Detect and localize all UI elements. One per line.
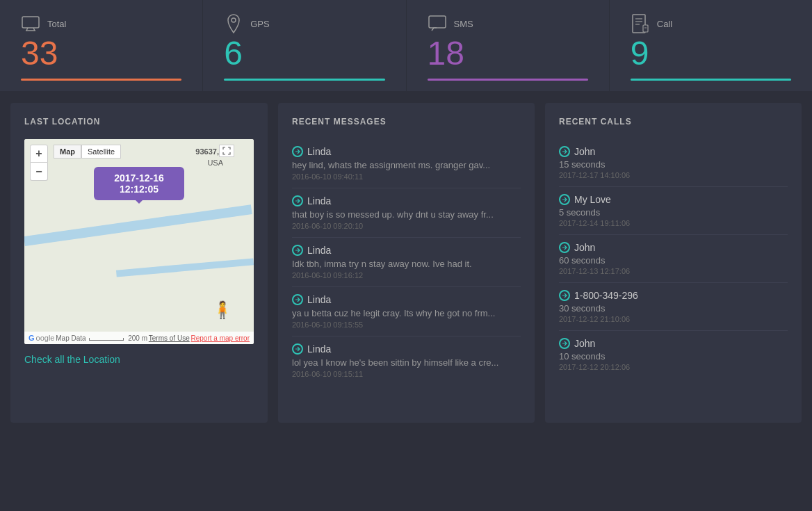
message-contact-name: Linda [307,146,331,157]
message-item: Linda that boy is so messed up. why dnt … [292,188,521,238]
stat-bar-total [21,79,181,81]
chat-icon [428,14,447,33]
message-item: Linda ya u betta cuz he legit cray. Its … [292,287,521,336]
check-location-link[interactable]: Check all the Location [24,354,254,365]
map-marker-time: 12:12:05 [104,184,174,195]
message-text: Idk tbh, imma try n stay away now. Ive h… [292,259,521,269]
svg-rect-5 [429,16,446,28]
pin-icon [224,14,243,33]
stat-value-call: 9 [631,37,791,70]
message-contact: Linda [292,294,521,305]
stat-label-call: Call [657,19,672,29]
map-panel: LAST LOCATION 93637, USA + − Map Satelli… [10,103,268,423]
stat-card-gps: GPS 6 [203,0,406,91]
map-data-label: Map Data [56,334,86,342]
call-contact: John [559,338,788,349]
calls-panel-title: RECENT CALLS [559,117,788,127]
call-contact: John [559,146,788,157]
map-container: 93637, USA + − Map Satellite [24,139,254,344]
message-text: lol yea I know he's been sittin by himse… [292,357,521,368]
call-time: 2017-12-12 21:10:06 [559,315,788,323]
map-type-satellite[interactable]: Satellite [81,145,121,159]
stat-label-sms: SMS [454,19,473,29]
outgoing-arrow-icon [292,245,303,256]
outgoing-arrow-icon [292,146,303,157]
messages-panel: RECENT MESSAGES Linda hey lind, whats th… [278,103,535,423]
svg-rect-0 [22,17,39,28]
calls-list: John 15 seconds 2017-12-17 14:10:06 My L… [559,139,788,378]
stat-label-gps: GPS [250,19,269,29]
map-type-toggle[interactable]: Map Satellite [54,145,121,159]
map-terms-link[interactable]: Terms of Use [149,334,190,342]
map-report-link[interactable]: Report a map error [191,334,250,342]
call-item: 1-800-349-296 30 seconds 2017-12-12 21:1… [559,283,788,331]
message-text: hey lind, whats the assignment ms. grang… [292,160,521,170]
call-item: John 60 seconds 2017-12-13 12:17:06 [559,235,788,283]
map-zoom-in[interactable]: + [30,145,48,163]
call-time: 2017-12-13 12:17:06 [559,267,788,275]
call-duration: 60 seconds [559,255,788,266]
call-time: 2017-12-17 14:10:06 [559,171,788,179]
call-item: John 10 seconds 2017-12-12 20:12:06 [559,331,788,378]
call-item: My Love 5 seconds 2017-12-14 19:11:06 [559,187,788,235]
google-logo: Google [29,334,54,342]
stat-bar-call [631,79,791,81]
map-address: 93637, [195,147,219,156]
message-contact: Linda [292,343,521,355]
message-contact-name: Linda [307,195,331,206]
svg-rect-10 [643,25,648,32]
message-time: 2016-06-10 09:15:55 [292,321,521,329]
call-time: 2017-12-12 20:12:06 [559,363,788,371]
call-outgoing-icon [559,338,570,349]
calls-panel: RECENT CALLS John 15 seconds 2017-12-17 … [545,103,802,423]
monitor-icon [21,14,40,33]
stat-bar-gps [224,79,384,81]
message-contact: Linda [292,195,521,206]
call-contact: 1-800-349-296 [559,290,788,301]
call-contact: My Love [559,194,788,205]
call-duration: 15 seconds [559,159,788,170]
call-duration: 5 seconds [559,207,788,218]
message-time: 2016-06-10 09:15:11 [292,370,521,378]
message-time: 2016-06-10 09:40:11 [292,172,521,181]
map-country: USA [207,159,223,167]
message-time: 2016-06-10 09:16:12 [292,271,521,279]
map-road-2 [116,258,254,277]
message-time: 2016-06-10 09:20:10 [292,222,521,230]
message-contact: Linda [292,245,521,256]
message-contact-name: Linda [307,343,331,355]
message-contact-name: Linda [307,294,331,305]
main-content: LAST LOCATION 93637, USA + − Map Satelli… [0,92,812,433]
call-contact-name: John [574,338,595,349]
call-duration: 30 seconds [559,303,788,314]
map-zoom-controls[interactable]: + − [30,145,48,181]
message-text: ya u betta cuz he legit cray. Its why he… [292,308,521,318]
message-item: Linda lol yea I know he's been sittin by… [292,336,521,385]
stat-label-total: Total [47,19,66,29]
map-scale-label: 200 m [87,334,147,342]
stat-card-total: Total 33 [0,0,203,91]
map-panel-title: LAST LOCATION [24,117,254,127]
outgoing-arrow-icon [292,195,303,206]
stat-value-sms: 18 [428,37,588,70]
message-contact-name: Linda [307,245,331,256]
call-contact-name: John [574,146,595,157]
map-type-map[interactable]: Map [54,145,81,159]
call-outgoing-icon [559,242,570,253]
messages-list: Linda hey lind, whats the assignment ms.… [292,139,521,385]
message-contact: Linda [292,146,521,157]
call-outgoing-icon [559,290,570,301]
message-text: that boy is so messed up. why dnt u stay… [292,209,521,220]
outgoing-arrow-icon [292,343,303,355]
map-expand-button[interactable] [219,145,234,157]
map-person-icon: 🧍 [212,300,233,320]
call-item: John 15 seconds 2017-12-17 14:10:06 [559,139,788,187]
stat-card-sms: SMS 18 [407,0,610,91]
message-item: Linda Idk tbh, imma try n stay away now.… [292,238,521,287]
svg-point-4 [232,18,236,22]
map-zoom-out[interactable]: − [30,163,48,181]
map-footer: Google Map Data 200 m Terms of Use Repor… [24,332,254,344]
stat-value-total: 33 [21,37,181,70]
map-background: 93637, USA + − Map Satellite [24,139,254,344]
messages-panel-title: RECENT MESSAGES [292,117,521,127]
